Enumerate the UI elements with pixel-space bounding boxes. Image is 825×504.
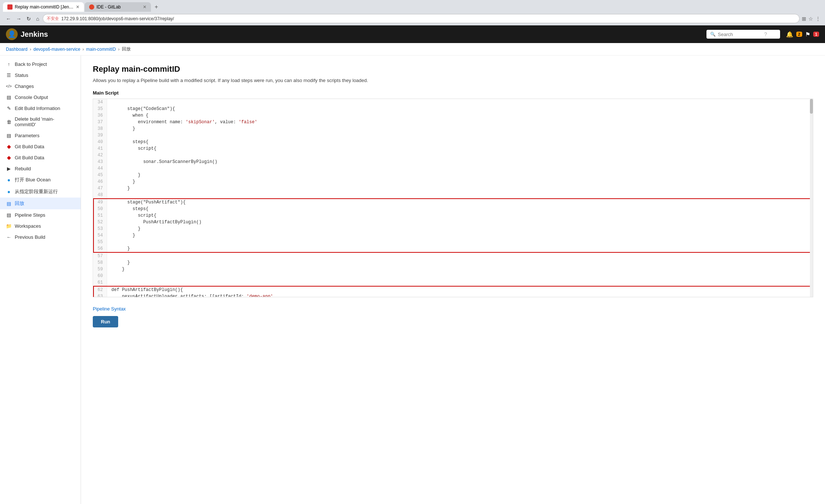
run-button[interactable]: Run — [93, 316, 118, 327]
sidebar-item-pipeline-steps[interactable]: ▤ Pipeline Steps — [0, 209, 81, 220]
sidebar-item-changes[interactable]: </> Changes — [0, 81, 81, 92]
active-tab[interactable]: Replay main-commitID [Jenki... ✕ — [3, 2, 84, 12]
search-help-button[interactable]: ? — [764, 31, 767, 37]
content-area: Replay main-commitID Allows you to repla… — [81, 56, 825, 504]
restart-icon: ● — [6, 189, 12, 195]
code-line-49: 49 stage("PushArtifact"){ — [94, 199, 812, 206]
back-button[interactable]: ← — [4, 15, 13, 22]
code-line-55: 55 — [94, 239, 812, 245]
line-code-44 — [107, 165, 812, 172]
code-line-63: 63 nexusArtifactUploader artifacts: [[ar… — [94, 293, 812, 297]
line-code-48 — [107, 192, 812, 199]
new-tab-button[interactable]: + — [152, 2, 161, 12]
parameters-icon: ▤ — [6, 132, 12, 138]
browser-action-1[interactable]: ⊞ — [802, 16, 806, 22]
line-number-58: 58 — [94, 259, 107, 266]
sidebar-label-delete: Delete build 'main-commitID' — [15, 116, 75, 127]
line-code-49: stage("PushArtifact"){ — [107, 199, 812, 206]
tab-close-1[interactable]: ✕ — [76, 4, 80, 10]
inactive-tab[interactable]: IDE - GitLab ✕ — [85, 2, 151, 12]
code-editor[interactable]: 34 35 stage("CodeScan"){36 when {37 envi… — [93, 99, 813, 297]
line-code-36: when { — [107, 112, 812, 119]
jenkins-header: 👤 Jenkins 🔍 ? 🔔 2 ⚑ 1 — [0, 25, 825, 43]
rebuild-icon: ▶ — [6, 166, 12, 171]
refresh-button[interactable]: ↻ — [25, 15, 32, 22]
tab-close-2[interactable]: ✕ — [143, 4, 147, 10]
line-code-57 — [107, 252, 812, 259]
line-code-59: } — [107, 266, 812, 273]
breadcrumb-dashboard[interactable]: Dashboard — [6, 47, 28, 52]
line-code-58: } — [107, 259, 812, 266]
vertical-scrollbar[interactable] — [810, 99, 813, 297]
line-number-49: 49 — [94, 199, 107, 206]
scrollbar-thumb[interactable] — [810, 99, 813, 114]
line-number-56: 56 — [94, 245, 107, 252]
line-code-63: nexusArtifactUploader artifacts: [[artif… — [107, 293, 812, 297]
sidebar-item-status[interactable]: ☰ Status — [0, 70, 81, 81]
line-number-62: 62 — [94, 286, 107, 293]
sidebar-item-rebuild[interactable]: ▶ Rebuild — [0, 163, 81, 174]
line-code-54: } — [107, 232, 812, 239]
address-bar: ← → ↻ ⌂ 不安全 172.29.9.101:8080/job/devops… — [0, 12, 825, 25]
code-line-62: 62def PushArtifactByPlugin(){ — [94, 286, 812, 293]
page-title: Replay main-commitID — [93, 64, 813, 74]
main-layout: ↑ Back to Project ☰ Status </> Changes ▤… — [0, 56, 825, 504]
sidebar-item-console-output[interactable]: ▤ Console Output — [0, 92, 81, 103]
code-line-58: 58 } — [94, 259, 812, 266]
breadcrumb-commit[interactable]: main-commitID — [86, 47, 116, 52]
line-number-60: 60 — [94, 273, 107, 279]
sidebar-item-previous-build[interactable]: ← Previous Build — [0, 231, 81, 242]
sidebar-item-git-build-data-2[interactable]: ◆ Git Build Data — [0, 152, 81, 163]
sidebar-item-delete-build[interactable]: 🗑 Delete build 'main-commitID' — [0, 114, 81, 130]
git-icon-1: ◆ — [6, 143, 12, 149]
sidebar-item-back-to-project[interactable]: ↑ Back to Project — [0, 58, 81, 70]
sidebar-item-git-build-data-1[interactable]: ◆ Git Build Data — [0, 141, 81, 152]
line-code-42 — [107, 152, 812, 159]
line-number-45: 45 — [94, 172, 107, 178]
code-line-38: 38 } — [94, 125, 812, 132]
line-code-55 — [107, 239, 812, 245]
sidebar-item-restart-from-stage[interactable]: ● 从指定阶段重新运行 — [0, 186, 81, 198]
code-line-45: 45 } — [94, 172, 812, 178]
search-input[interactable] — [718, 32, 762, 37]
browser-action-2[interactable]: ☆ — [808, 16, 813, 22]
code-line-42: 42 — [94, 152, 812, 159]
home-button[interactable]: ⌂ — [35, 15, 40, 22]
sidebar-label-changes: Changes — [15, 84, 34, 89]
code-line-61: 61 — [94, 279, 812, 286]
pipeline-syntax-link[interactable]: Pipeline Syntax — [93, 306, 126, 312]
line-code-51: script{ — [107, 212, 812, 219]
notification-badge: 2 — [796, 32, 802, 37]
code-line-51: 51 script{ — [94, 212, 812, 219]
line-code-56: } — [107, 245, 812, 252]
line-code-45: } — [107, 172, 812, 178]
sidebar-item-workspaces[interactable]: 📁 Workspaces — [0, 220, 81, 231]
code-line-43: 43 sonar.SonarScannerByPlugin() — [94, 159, 812, 165]
breadcrumb-service[interactable]: devops6-maven-service — [34, 47, 80, 52]
search-box[interactable]: 🔍 ? — [706, 30, 780, 39]
browser-action-3[interactable]: ⋮ — [815, 16, 821, 22]
git-icon-2: ◆ — [6, 155, 12, 160]
pipeline-icon: ▤ — [6, 212, 12, 218]
breadcrumb-current: 回放 — [122, 46, 131, 52]
sidebar-item-replay[interactable]: ▤ 回放 — [0, 198, 81, 209]
jenkins-logo: 👤 Jenkins — [6, 28, 48, 40]
workspaces-icon: 📁 — [6, 223, 12, 229]
sidebar-item-blue-ocean[interactable]: ● 打开 Blue Ocean — [0, 174, 81, 186]
console-icon: ▤ — [6, 94, 12, 100]
code-line-35: 35 stage("CodeScan"){ — [94, 106, 812, 112]
sidebar-label-replay: 回放 — [15, 200, 24, 207]
forward-button[interactable]: → — [15, 15, 23, 22]
line-number-47: 47 — [94, 185, 107, 192]
security-badge: 不安全 — [47, 16, 59, 21]
address-input[interactable]: 不安全 172.29.9.101:8080/job/devops6-maven-… — [43, 14, 800, 23]
browser-chrome: Replay main-commitID [Jenki... ✕ IDE - G… — [0, 0, 825, 25]
line-number-61: 61 — [94, 279, 107, 286]
line-number-57: 57 — [94, 252, 107, 259]
code-line-39: 39 — [94, 132, 812, 139]
code-line-47: 47 } — [94, 185, 812, 192]
changes-icon: </> — [6, 83, 12, 89]
status-icon: ☰ — [6, 72, 12, 78]
sidebar-item-edit-build-info[interactable]: ✎ Edit Build Information — [0, 103, 81, 114]
sidebar-item-parameters[interactable]: ▤ Parameters — [0, 130, 81, 141]
